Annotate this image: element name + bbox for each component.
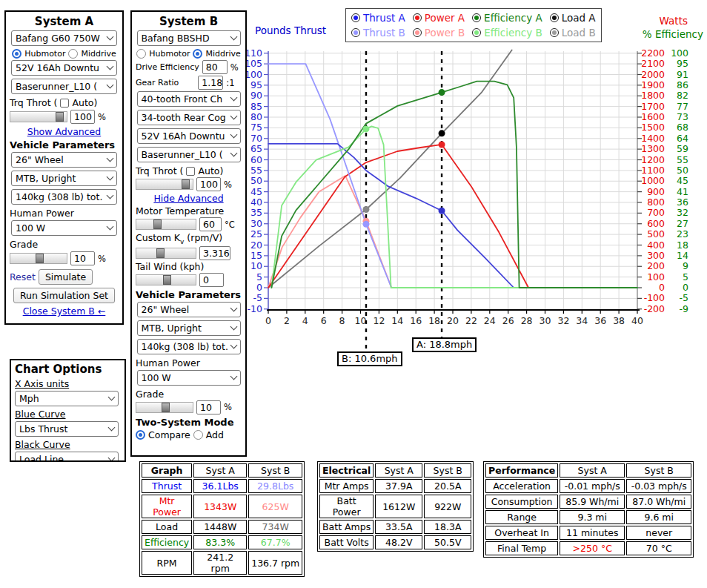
- table-cell: 1612W: [375, 495, 422, 518]
- table-cell: 11 minutes: [560, 526, 625, 540]
- cog-select[interactable]: 34-tooth Rear Cog: [137, 110, 241, 125]
- watts-tick-label: 1300: [641, 143, 665, 154]
- tail-wind-input[interactable]: 0: [199, 273, 224, 287]
- table-row: Batt Amps33.5A18.3A: [319, 520, 471, 534]
- motor-temp-input[interactable]: 60: [199, 217, 222, 231]
- chevron-down-icon: [230, 131, 237, 139]
- position-select-a[interactable]: MTB, Upright: [11, 171, 117, 186]
- compare-radio[interactable]: [136, 430, 145, 440]
- table-header-cell: Syst A: [193, 463, 247, 478]
- run-simulation-set-button[interactable]: Run Simulation Set: [13, 288, 115, 303]
- throttle-slider-b[interactable]: [136, 179, 193, 190]
- trq-auto-checkbox-a[interactable]: [60, 99, 69, 108]
- motor-simulator-page: { "system_a": { "title": "System A", "mo…: [0, 0, 707, 588]
- wheel-select-b[interactable]: 26" Wheel: [137, 302, 241, 317]
- legend-item-load-a[interactable]: Load A: [550, 10, 596, 25]
- legend-radio-icon: [351, 13, 360, 22]
- efficiency-tick-label: 50: [677, 165, 688, 176]
- legend-label: Power B: [425, 25, 465, 40]
- weight-select-a[interactable]: 140kg (308 lb) tot.: [11, 189, 117, 205]
- legend-item-power-a[interactable]: Power A: [413, 10, 465, 25]
- wheel-select-a[interactable]: 26" Wheel: [11, 152, 117, 168]
- gear-ratio-label: Gear Ratio: [136, 78, 179, 87]
- compare-label: Compare: [148, 429, 190, 440]
- efficiency-tick-label: 95: [677, 58, 688, 69]
- cursor-a-label[interactable]: A: 18.8mph: [412, 337, 477, 352]
- hubmotor-radio-a[interactable]: [12, 49, 21, 59]
- efficiency-tick-label: 41: [677, 186, 688, 197]
- black-curve-select[interactable]: Load Line: [15, 452, 119, 462]
- add-radio[interactable]: [193, 430, 203, 440]
- y-axis-tick-label: 100: [245, 69, 262, 80]
- legend-item-thrust-b[interactable]: Thrust B: [351, 25, 405, 40]
- efficiency-tick-label: 55: [677, 154, 688, 165]
- chevron-down-icon: [230, 33, 237, 41]
- legend-label: Thrust B: [363, 25, 405, 40]
- x-axis-tick-label: 34: [576, 315, 588, 326]
- hubmotor-radio-b[interactable]: [136, 49, 146, 59]
- legend-item-load-b[interactable]: Load B: [550, 25, 596, 40]
- drive-efficiency-input[interactable]: 80: [202, 60, 228, 74]
- chevron-down-icon: [230, 150, 237, 157]
- grade-slider-a[interactable]: [10, 253, 67, 264]
- weight-select-b[interactable]: 140kg (308 lb) tot.: [137, 339, 241, 354]
- position-select-b[interactable]: MTB, Upright: [137, 320, 241, 336]
- chainring-select[interactable]: 40-tooth Front Ch: [137, 91, 241, 107]
- x-axis-units-select[interactable]: Mph: [15, 391, 119, 406]
- efficiency-tick-label: 5: [683, 271, 688, 283]
- data-point-dot: [362, 206, 369, 213]
- legend-item-power-b[interactable]: Power B: [413, 25, 465, 40]
- throttle-input-a[interactable]: 100: [70, 110, 95, 124]
- table-cell: 1448W: [193, 520, 247, 534]
- battery-select-b[interactable]: 52V 16Ah Downtu: [137, 128, 241, 144]
- motor-select-a[interactable]: Bafang G60 750W: [11, 30, 117, 46]
- throttle-slider-a[interactable]: [10, 111, 67, 122]
- tail-wind-slider[interactable]: [136, 274, 196, 285]
- middrive-radio-a[interactable]: [68, 49, 78, 59]
- data-point-dot: [362, 221, 369, 228]
- legend-item-thrust-a[interactable]: Thrust A: [351, 10, 405, 25]
- human-power-select-a[interactable]: 100 W: [11, 220, 117, 236]
- simulate-button[interactable]: Simulate: [39, 269, 93, 285]
- grade-slider-b[interactable]: [136, 402, 193, 413]
- show-advanced-link[interactable]: Show Advanced: [10, 126, 119, 137]
- cursor-b-label[interactable]: B: 10.6mph: [337, 351, 402, 366]
- watts-tick-label: 1800: [641, 90, 665, 101]
- trq-auto-checkbox-b[interactable]: [186, 167, 195, 176]
- motor-temp-slider[interactable]: [136, 219, 196, 230]
- middrive-radio-b[interactable]: [193, 49, 202, 59]
- efficiency-tick-label: 45: [677, 175, 688, 186]
- throttle-input-b[interactable]: 100: [196, 177, 221, 191]
- grade-input-a[interactable]: 10: [70, 251, 95, 265]
- grade-input-b[interactable]: 10: [196, 400, 221, 414]
- black-curve-label: Black Curve: [15, 439, 121, 450]
- watts-tick-label: 2000: [641, 69, 665, 80]
- table-cell: 37.9A: [375, 479, 422, 493]
- motor-select-b[interactable]: Bafang BBSHD: [137, 30, 241, 46]
- close-system-b-link[interactable]: Close System B ←: [10, 305, 119, 317]
- battery-select-a[interactable]: 52V 16Ah Downtu: [11, 60, 117, 76]
- watts-tick-label: 100: [647, 271, 665, 283]
- custom-kv-input[interactable]: 3.316: [199, 246, 230, 260]
- efficiency-axis-title: % Efficiency: [643, 28, 703, 40]
- blue-curve-select[interactable]: Lbs Thrust: [15, 421, 119, 437]
- gear-ratio-input[interactable]: 1.18: [198, 76, 223, 90]
- table-cell: 922W: [424, 495, 471, 518]
- legend-item-efficiency-b[interactable]: Efficiency B: [472, 25, 542, 40]
- table-cell: 1343W: [193, 495, 247, 518]
- table-header-cell: Graph: [142, 463, 192, 478]
- reset-button[interactable]: Reset: [10, 271, 36, 283]
- legend-item-efficiency-a[interactable]: Efficiency A: [472, 10, 542, 25]
- y-axis-tick-label: 105: [245, 58, 262, 69]
- custom-kv-slider[interactable]: [136, 248, 196, 259]
- legend-label: Load A: [562, 10, 596, 25]
- human-power-select-b[interactable]: 100 W: [137, 370, 241, 386]
- controller-select-a[interactable]: Baserunner_L10 (: [11, 79, 117, 94]
- table-row: Mtr Power1343W625W: [142, 495, 302, 518]
- y-axis-tick-label: 80: [250, 111, 262, 122]
- controller-select-b[interactable]: Baserunner_L10 (: [137, 147, 241, 162]
- efficiency-tick-label: 82: [677, 90, 688, 101]
- hide-advanced-link[interactable]: Hide Advanced: [136, 193, 242, 204]
- chevron-down-icon: [107, 174, 114, 181]
- watts-tick-label: 800: [647, 196, 665, 208]
